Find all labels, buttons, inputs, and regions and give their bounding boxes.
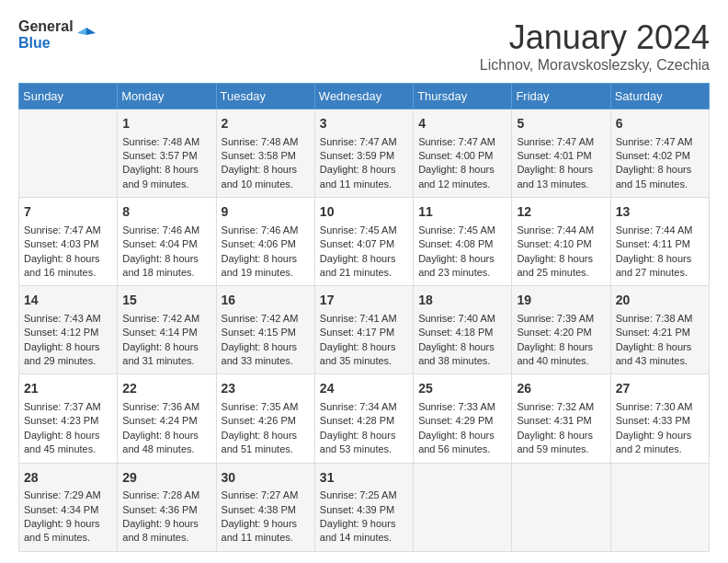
sunrise-text: Sunrise: 7:42 AM	[122, 312, 210, 326]
sunset-text: Sunset: 4:11 PM	[616, 237, 704, 251]
daylight-text: Daylight: 9 hours and 2 minutes.	[616, 429, 704, 457]
day-number: 6	[616, 115, 704, 133]
week-row-4: 28Sunrise: 7:29 AMSunset: 4:34 PMDayligh…	[19, 463, 710, 551]
daylight-text: Daylight: 8 hours and 21 minutes.	[320, 252, 408, 281]
daylight-text: Daylight: 8 hours and 56 minutes.	[418, 429, 506, 457]
day-number: 2	[222, 115, 310, 133]
sunset-text: Sunset: 4:34 PM	[24, 503, 112, 517]
day-number: 20	[616, 292, 704, 310]
daylight-text: Daylight: 8 hours and 16 minutes.	[24, 252, 112, 281]
svg-marker-1	[77, 28, 86, 35]
daylight-text: Daylight: 9 hours and 14 minutes.	[320, 517, 408, 546]
logo: General Blue	[18, 18, 96, 52]
day-number: 19	[517, 292, 605, 310]
day-number: 21	[24, 380, 112, 398]
daylight-text: Daylight: 9 hours and 8 minutes.	[122, 517, 210, 546]
daylight-text: Daylight: 8 hours and 18 minutes.	[122, 252, 210, 281]
sunset-text: Sunset: 4:10 PM	[517, 237, 605, 251]
day-number: 27	[616, 380, 704, 398]
day-number: 3	[320, 115, 408, 133]
sunrise-text: Sunrise: 7:35 AM	[222, 400, 310, 414]
calendar-cell	[19, 109, 118, 198]
sunset-text: Sunset: 4:21 PM	[616, 326, 704, 339]
day-number: 11	[418, 203, 506, 222]
sunset-text: Sunset: 3:59 PM	[320, 149, 408, 163]
sunset-text: Sunset: 4:02 PM	[616, 149, 704, 163]
calendar-cell	[610, 463, 709, 551]
sunrise-text: Sunrise: 7:41 AM	[320, 312, 408, 326]
day-header-thursday: Thursday	[414, 84, 512, 109]
day-number: 29	[122, 469, 210, 488]
calendar-cell: 22Sunrise: 7:36 AMSunset: 4:24 PMDayligh…	[118, 374, 216, 463]
logo-row: General Blue	[18, 18, 96, 52]
sunrise-text: Sunrise: 7:34 AM	[320, 400, 408, 414]
sunrise-text: Sunrise: 7:42 AM	[222, 312, 310, 326]
sunset-text: Sunset: 4:14 PM	[122, 326, 210, 339]
sunset-text: Sunset: 4:31 PM	[517, 414, 605, 428]
header-row: SundayMondayTuesdayWednesdayThursdayFrid…	[19, 84, 710, 109]
sunset-text: Sunset: 4:03 PM	[24, 237, 112, 251]
daylight-text: Daylight: 8 hours and 10 minutes.	[222, 163, 310, 191]
day-number: 26	[517, 380, 605, 398]
logo-bird-icon	[77, 26, 96, 44]
calendar-body: 1Sunrise: 7:48 AMSunset: 3:57 PMDaylight…	[19, 109, 710, 552]
sunset-text: Sunset: 4:29 PM	[418, 414, 506, 428]
calendar-cell: 11Sunrise: 7:45 AMSunset: 4:08 PMDayligh…	[414, 198, 512, 286]
sunset-text: Sunset: 4:38 PM	[222, 503, 310, 517]
sunset-text: Sunset: 4:12 PM	[24, 326, 112, 339]
daylight-text: Daylight: 8 hours and 13 minutes.	[517, 163, 605, 191]
calendar-cell: 12Sunrise: 7:44 AMSunset: 4:10 PMDayligh…	[512, 198, 610, 286]
calendar-cell: 6Sunrise: 7:47 AMSunset: 4:02 PMDaylight…	[610, 109, 709, 198]
day-number: 4	[418, 115, 506, 133]
day-header-saturday: Saturday	[610, 84, 709, 109]
daylight-text: Daylight: 8 hours and 15 minutes.	[616, 163, 704, 191]
calendar-cell	[414, 463, 512, 551]
calendar-cell: 2Sunrise: 7:48 AMSunset: 3:58 PMDaylight…	[216, 109, 314, 198]
calendar-cell: 20Sunrise: 7:38 AMSunset: 4:21 PMDayligh…	[610, 286, 709, 374]
header: General Blue January 2024 Lichnov, Morav…	[18, 18, 710, 74]
sunset-text: Sunset: 4:06 PM	[222, 237, 310, 251]
day-number: 16	[222, 292, 310, 310]
day-number: 8	[122, 203, 210, 222]
day-number: 1	[122, 115, 210, 133]
calendar-cell: 13Sunrise: 7:44 AMSunset: 4:11 PMDayligh…	[610, 198, 709, 286]
calendar-cell: 30Sunrise: 7:27 AMSunset: 4:38 PMDayligh…	[216, 463, 314, 551]
sunrise-text: Sunrise: 7:37 AM	[24, 400, 112, 414]
day-number: 15	[122, 292, 210, 310]
day-number: 18	[418, 292, 506, 310]
title-area: January 2024 Lichnov, Moravskoslezsky, C…	[480, 18, 710, 74]
daylight-text: Daylight: 8 hours and 35 minutes.	[320, 340, 408, 369]
day-number: 14	[24, 292, 112, 310]
calendar-cell: 16Sunrise: 7:42 AMSunset: 4:15 PMDayligh…	[216, 286, 314, 374]
daylight-text: Daylight: 8 hours and 12 minutes.	[418, 163, 506, 191]
sunrise-text: Sunrise: 7:45 AM	[320, 224, 408, 237]
calendar-cell: 25Sunrise: 7:33 AMSunset: 4:29 PMDayligh…	[414, 374, 512, 463]
calendar-cell: 18Sunrise: 7:40 AMSunset: 4:18 PMDayligh…	[414, 286, 512, 374]
sunset-text: Sunset: 4:20 PM	[517, 326, 605, 339]
daylight-text: Daylight: 8 hours and 59 minutes.	[517, 429, 605, 457]
sunset-text: Sunset: 4:17 PM	[320, 326, 408, 339]
day-number: 17	[320, 292, 408, 310]
calendar-cell: 5Sunrise: 7:47 AMSunset: 4:01 PMDaylight…	[512, 109, 610, 198]
calendar-cell: 21Sunrise: 7:37 AMSunset: 4:23 PMDayligh…	[19, 374, 118, 463]
daylight-text: Daylight: 8 hours and 40 minutes.	[517, 340, 605, 369]
day-header-friday: Friday	[512, 84, 610, 109]
week-row-3: 21Sunrise: 7:37 AMSunset: 4:23 PMDayligh…	[19, 374, 710, 463]
calendar-header: SundayMondayTuesdayWednesdayThursdayFrid…	[19, 84, 710, 109]
day-number: 7	[24, 203, 112, 222]
sunset-text: Sunset: 4:18 PM	[418, 326, 506, 339]
location-title: Lichnov, Moravskoslezsky, Czechia	[480, 57, 710, 74]
sunrise-text: Sunrise: 7:38 AM	[616, 312, 704, 326]
calendar-cell: 31Sunrise: 7:25 AMSunset: 4:39 PMDayligh…	[314, 463, 413, 551]
day-number: 10	[320, 203, 408, 222]
day-number: 25	[418, 380, 506, 398]
sunset-text: Sunset: 4:15 PM	[222, 326, 310, 339]
sunset-text: Sunset: 4:07 PM	[320, 237, 408, 251]
calendar-cell	[512, 463, 610, 551]
day-header-monday: Monday	[118, 84, 216, 109]
sunrise-text: Sunrise: 7:47 AM	[418, 135, 506, 149]
day-number: 23	[222, 380, 310, 398]
sunset-text: Sunset: 4:24 PM	[122, 414, 210, 428]
sunrise-text: Sunrise: 7:43 AM	[24, 312, 112, 326]
sunrise-text: Sunrise: 7:36 AM	[122, 400, 210, 414]
